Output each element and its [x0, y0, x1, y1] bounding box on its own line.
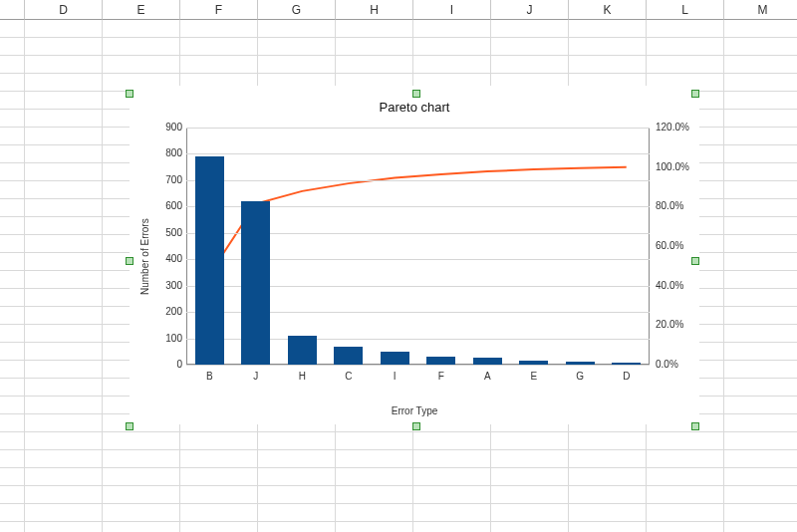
bar-C [334, 347, 363, 365]
y1-tick: 900 [154, 122, 182, 133]
column-header-H[interactable]: H [336, 0, 413, 20]
bar-E [519, 361, 548, 365]
y2-tick: 60.0% [656, 240, 701, 251]
bar-H [288, 336, 317, 365]
column-header-E[interactable]: E [103, 0, 180, 20]
y1-tick: 200 [154, 306, 182, 317]
selection-handle[interactable] [691, 90, 699, 98]
selection-handle[interactable] [691, 422, 699, 430]
chart-title: Pareto chart [130, 100, 699, 115]
column-headers: DEFGHIJKLM [0, 0, 797, 20]
selection-handle[interactable] [412, 422, 420, 430]
y1-tick: 400 [154, 253, 182, 264]
selection-handle[interactable] [691, 257, 699, 265]
bar-D [612, 363, 641, 365]
category-label: J [233, 371, 280, 382]
bar-J [241, 201, 270, 365]
column-header-L[interactable]: L [647, 0, 724, 20]
bar-A [473, 358, 502, 365]
y2-tick: 40.0% [656, 280, 701, 291]
bar-G [566, 362, 595, 365]
selection-handle[interactable] [126, 257, 133, 265]
category-label: B [186, 371, 233, 382]
category-label: E [511, 371, 558, 382]
category-label: G [557, 371, 604, 382]
column-header-D[interactable]: D [25, 0, 103, 20]
chart-object[interactable]: Pareto chart Number of Errors Error Type… [130, 86, 699, 424]
y1-tick: 600 [154, 200, 182, 211]
category-label: I [372, 371, 418, 382]
x-axis-label: Error Type [130, 405, 699, 416]
column-header-G[interactable]: G [258, 0, 336, 20]
y1-tick: 300 [154, 280, 182, 291]
column-header-K[interactable]: K [569, 0, 647, 20]
chart-plot-area: 01002003004005006007008009000.0%20.0%40.… [186, 128, 650, 365]
bar-F [426, 357, 455, 365]
selection-handle[interactable] [126, 422, 133, 430]
y1-tick: 100 [154, 333, 182, 344]
category-label: C [326, 371, 373, 382]
column-header-I[interactable]: I [413, 0, 491, 20]
bar-B [195, 156, 224, 365]
category-label: F [418, 371, 465, 382]
category-label: H [279, 371, 326, 382]
bar-I [381, 352, 409, 365]
category-label: A [464, 371, 511, 382]
column-header-M[interactable]: M [724, 0, 797, 20]
y1-tick: 700 [154, 174, 182, 185]
y2-tick: 120.0% [656, 122, 701, 133]
y-axis-label: Number of Errors [139, 218, 150, 295]
y2-tick: 100.0% [656, 161, 701, 172]
y2-tick: 80.0% [656, 200, 701, 211]
selection-handle[interactable] [126, 90, 133, 98]
column-header-J[interactable]: J [491, 0, 569, 20]
category-label: D [604, 371, 651, 382]
column-header-F[interactable]: F [180, 0, 258, 20]
column-header-edge[interactable] [0, 0, 25, 20]
y2-tick: 0.0% [656, 359, 701, 370]
selection-handle[interactable] [412, 90, 420, 98]
y1-tick: 0 [154, 359, 182, 370]
y1-tick: 500 [154, 227, 182, 238]
y2-tick: 20.0% [656, 319, 701, 330]
y1-tick: 800 [154, 147, 182, 158]
